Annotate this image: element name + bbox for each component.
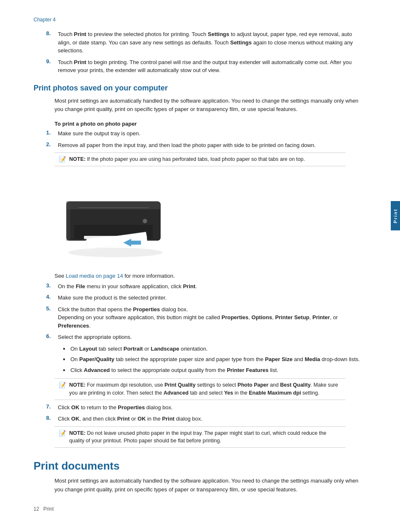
printer-image xyxy=(55,173,345,265)
photo-step-8-number: 8. xyxy=(46,415,58,423)
photo-step-7: 7. Click OK to return to the Properties … xyxy=(34,403,366,412)
bullet-list: • On Layout tab select Portrait or Lands… xyxy=(63,345,366,375)
photo-step-4-number: 4. xyxy=(46,294,58,302)
note-icon-1: 📝 xyxy=(59,156,66,163)
photo-step-1: 1. Make sure the output tray is open. xyxy=(34,129,366,138)
photo-step-2: 2. Remove all paper from the input tray,… xyxy=(34,141,366,150)
note-icon-3: 📝 xyxy=(59,430,66,436)
bullet-item-2: • On Paper/Quality tab select the approp… xyxy=(63,355,366,364)
photo-step-5: 5. Click the button that opens the Prope… xyxy=(34,305,366,330)
bullet-dot-1: • xyxy=(63,345,70,354)
bullet-dot-2: • xyxy=(63,355,70,364)
photo-step-1-content: Make sure the output tray is open. xyxy=(58,129,366,138)
note-1-text: NOTE: If the photo paper you are using h… xyxy=(69,155,305,163)
step-8-content: Touch Print to preview the selected phot… xyxy=(58,30,366,55)
bullet-text-3: Click Advanced to select the appropriate… xyxy=(70,366,278,375)
bullet-text-1: On Layout tab select Portrait or Landsca… xyxy=(70,345,208,354)
photo-step-2-content: Remove all paper from the input tray, an… xyxy=(58,141,366,150)
sidebar-tab: Print xyxy=(391,201,400,230)
svg-rect-4 xyxy=(66,201,70,241)
step-8: 8. Touch Print to preview the selected p… xyxy=(34,30,366,55)
step-9-content: Touch Print to begin printing. The contr… xyxy=(58,58,366,75)
footer-page-number: 12 xyxy=(34,506,39,512)
svg-point-0 xyxy=(68,248,163,257)
bullet-text-2: On Paper/Quality tab select the appropri… xyxy=(70,355,360,364)
photo-step-6-number: 6. xyxy=(46,333,58,341)
photo-step-5-number: 5. xyxy=(46,305,58,330)
step-9: 9. Touch Print to begin printing. The co… xyxy=(34,58,366,75)
photo-step-6-content: Select the appropriate options. xyxy=(58,333,366,341)
section-print-documents-heading: Print documents xyxy=(34,460,366,473)
page-footer: 12 Print xyxy=(34,506,366,512)
photo-step-5-content: Click the button that opens the Properti… xyxy=(58,305,366,330)
photo-step-3-number: 3. xyxy=(46,282,58,291)
note-icon-2: 📝 xyxy=(59,382,66,388)
photo-step-7-number: 7. xyxy=(46,403,58,412)
svg-point-12 xyxy=(143,220,147,223)
step-9-number: 9. xyxy=(46,58,58,75)
load-media-link[interactable]: Load media on page 14 xyxy=(66,273,123,279)
note-3-text: NOTE: Do not leave unused photo paper in… xyxy=(69,429,341,445)
photo-step-2-number: 2. xyxy=(46,141,58,150)
bullet-item-1: • On Layout tab select Portrait or Lands… xyxy=(63,345,366,354)
photo-step-1-number: 1. xyxy=(46,129,58,138)
photo-step-8-content: Click OK, and then click Print or OK in … xyxy=(58,415,366,423)
section-print-documents-intro: Most print settings are automatically ha… xyxy=(55,477,366,494)
section-print-photos-intro: Most print settings are automatically ha… xyxy=(55,97,366,114)
note-3: 📝 NOTE: Do not leave unused photo paper … xyxy=(55,426,345,448)
sub-heading-print-photo: To print a photo on photo paper xyxy=(55,121,366,127)
note-1: 📝 NOTE: If the photo paper you are using… xyxy=(55,152,345,166)
photo-step-8: 8. Click OK, and then click Print or OK … xyxy=(34,415,366,423)
footer-section: Print xyxy=(43,506,54,512)
photo-step-3-content: On the File menu in your software applic… xyxy=(58,282,366,291)
step-8-number: 8. xyxy=(46,30,58,55)
svg-rect-13 xyxy=(78,207,149,208)
section-print-photos-heading: Print photos saved on your computer xyxy=(34,84,366,93)
photo-step-4: 4. Make sure the product is the selected… xyxy=(34,294,366,302)
note-2: 📝 NOTE: For maximum dpi resolution, use … xyxy=(55,378,345,400)
chapter-label: Chapter 4 xyxy=(34,17,366,23)
bullet-dot-3: • xyxy=(63,366,70,375)
photo-step-6: 6. Select the appropriate options. xyxy=(34,333,366,341)
photo-step-4-content: Make sure the product is the selected pr… xyxy=(58,294,366,302)
photo-step-7-content: Click OK to return to the Properties dia… xyxy=(58,403,366,412)
bullet-item-3: • Click Advanced to select the appropria… xyxy=(63,366,366,375)
photo-step-3: 3. On the File menu in your software app… xyxy=(34,282,366,291)
note-2-text: NOTE: For maximum dpi resolution, use Pr… xyxy=(69,381,341,397)
see-load-media: See Load media on page 14 for more infor… xyxy=(55,272,366,281)
numbered-items-top: 8. Touch Print to preview the selected p… xyxy=(34,30,366,75)
